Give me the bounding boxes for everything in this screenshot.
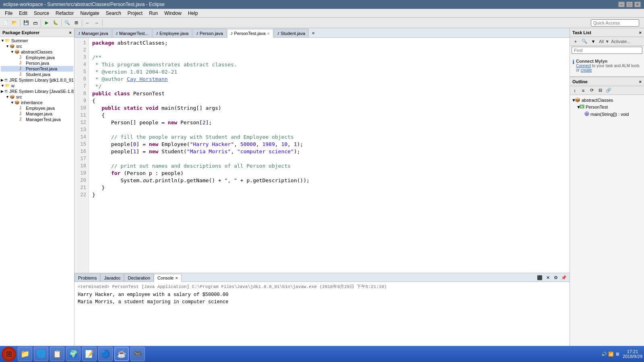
tree-arrow-inheritance[interactable]: ▼ [10,101,14,105]
tree-arrow-src2[interactable]: ▼ [6,95,10,99]
tab-student-java[interactable]: J Student.java [274,29,309,37]
tree-item-persontest-java[interactable]: ▶ J PersonTest.java [1,66,73,72]
outline-sort-btn[interactable]: ↕ [571,86,579,95]
code-content[interactable]: package abstractClasses; /** * This prog… [89,38,570,273]
search-button[interactable]: 🔍 [63,19,71,27]
menu-edit[interactable]: Edit [16,10,31,17]
tree-item-inheritance[interactable]: ▼ 📦 inheritance [1,100,73,105]
task-find-input[interactable] [572,47,642,54]
forward-button[interactable]: → [93,19,101,27]
code-editor[interactable]: 1 2 3 4 5 6 7 8 9 10 11 12 13 14 15 16 1 [74,38,570,273]
connect-link[interactable]: Connect [576,64,591,68]
package-explorer-tree: ▼ 📁 Summer ▼ 📦 src ▼ 📦 abstractClasses [0,37,74,353]
debug-button[interactable]: 🐛 [52,19,60,27]
tab-problems[interactable]: Problems [74,274,100,282]
tree-item-jre2[interactable]: ▶ ☕ JRE System Library [JavaSE-1.8] [1,88,73,94]
tree-item-abstractclasses[interactable]: ▼ 📦 abstractClasses [1,49,73,55]
outline-collapse-btn[interactable]: ⊟ [596,86,604,95]
task-list-content: ℹ Connect Mylyn Connect to your task and… [570,55,644,76]
tree-item-summer[interactable]: ▼ 📁 Summer [1,38,73,43]
task-new-btn[interactable]: + [572,37,580,45]
more-tabs-button[interactable]: » [309,29,317,37]
menu-window[interactable]: Window [161,10,185,17]
create-link[interactable]: create [581,68,592,72]
new-button[interactable]: 📄 [2,19,10,27]
menu-project[interactable]: Project [124,10,146,17]
task-list-close-icon[interactable]: × [639,30,642,35]
taskbar-chrome[interactable]: 🌐 [34,347,48,361]
back-button[interactable]: ← [84,19,92,27]
quick-access-input[interactable] [591,19,639,27]
perspective-button[interactable]: ⊞ [72,19,80,27]
close-button[interactable]: ✕ [634,2,641,7]
maximize-button[interactable]: □ [626,2,633,7]
taskbar-eclipse[interactable]: ☕ [114,347,129,361]
outline-item-main[interactable]: m main(String[]) : void [572,111,642,118]
outline-hide-btn[interactable]: ≡ [579,86,587,95]
menu-search[interactable]: Search [103,10,124,17]
menu-navigate[interactable]: Navigate [77,10,102,17]
console-toolbar-btn-4[interactable]: 📌 [560,274,568,282]
run-button[interactable]: ▶ [43,19,51,27]
outline-item-abstractclasses[interactable]: ▼ 📦 abstractClasses [572,97,642,103]
tree-item-student-java[interactable]: ▶ J Student.java [1,72,73,77]
tree-item-src1[interactable]: ▼ 📦 src [1,43,73,49]
task-all-label[interactable]: All ▼ [599,39,609,44]
outline-link-btn[interactable]: 🔗 [605,86,613,95]
tree-item-manager-java[interactable]: ▶ J Manager.java [1,111,73,117]
tab-managertest-java[interactable]: J ManagerTest... [112,29,152,37]
task-filter-btn[interactable]: ▼ [589,37,597,45]
tab-employee-java[interactable]: J Employee.java [153,29,192,37]
taskbar-app3[interactable]: 📋 [50,347,64,361]
tab-manager-java[interactable]: J Manager.java [74,29,112,37]
tree-arrow-summer[interactable]: ▼ [1,39,5,43]
jre-icon-1: ☕ [4,78,8,82]
menu-run[interactable]: Run [146,10,161,17]
menu-refactor[interactable]: Refactor [52,10,77,17]
tree-item-w[interactable]: ▼ 📁 w [1,83,73,88]
outline-close-icon[interactable]: × [639,79,642,84]
task-activate-label[interactable]: Activate... [611,39,630,44]
outline-item-persontest[interactable]: ▼ C PersonTest [572,103,642,111]
tab-persontest-java[interactable]: J PersonTest.java × [227,29,273,38]
tab-close-persontest[interactable]: × [267,31,270,36]
minimize-button[interactable]: ─ [618,2,625,7]
taskbar-word[interactable]: 📝 [82,347,97,361]
tree-arrow-jre1[interactable]: ▶ [1,78,4,82]
console-toolbar-btn-2[interactable]: ✕ [544,274,552,282]
save-all-button[interactable]: 🗃 [31,19,39,27]
java-icon-manager: J [19,111,25,116]
taskbar-ie[interactable]: 🔵 [98,347,113,361]
tree-arrow-src1[interactable]: ▼ [6,44,10,48]
console-toolbar-btn-3[interactable]: ⚙ [552,274,560,282]
outline-sync-btn[interactable]: ⟳ [588,86,596,95]
tree-item-src2[interactable]: ▼ 📦 src [1,94,73,100]
save-button[interactable]: 💾 [22,19,30,27]
tab-person-java[interactable]: J Person.java [192,29,227,37]
menu-source[interactable]: Source [31,10,52,17]
tree-item-person-java[interactable]: ▶ J Person.java [1,60,73,66]
package-explorer-close-icon[interactable]: × [69,30,72,35]
menu-file[interactable]: File [2,10,16,17]
taskbar-app-extra[interactable]: 🎮 [130,347,145,361]
menu-help[interactable]: Help [185,10,201,17]
console-toolbar-btn-1[interactable]: ⬛ [536,274,544,282]
tree-arrow-w[interactable]: ▼ [1,84,5,88]
tree-arrow-jre2[interactable]: ▶ [1,89,4,93]
tree-item-managertest-java[interactable]: ▶ J ManagerTest.java [1,117,73,122]
tree-item-employee-java[interactable]: ▶ J Employee.java [1,55,73,60]
taskbar-app4[interactable]: 🌍 [66,347,80,361]
taskbar-filemanager[interactable]: 📁 [18,347,32,361]
taskbar: ⊞ 📁 🌐 📋 🌍 📝 🔵 ☕ 🎮 🔊 📶 🖥 17:21 2018/9/29 [0,346,644,362]
tray-icons: 🔊 📶 🖥 [601,352,619,357]
tab-javadoc[interactable]: Javadoc [100,274,124,282]
tab-console[interactable]: Console × [154,274,182,282]
start-button[interactable]: ⊞ [2,347,16,361]
tree-item-employee-java-w[interactable]: ▶ J Employee.java [1,105,73,111]
tree-arrow-abstractclasses[interactable]: ▼ [10,50,14,54]
console-close-icon[interactable]: × [175,276,178,280]
tree-item-jre1[interactable]: ▶ ☕ JRE System Library [jdk1.8.0_91] [1,77,73,83]
task-search-btn[interactable]: 🔍 [580,37,588,45]
tab-declaration[interactable]: Declaration [124,274,154,282]
open-button[interactable]: 📂 [10,19,19,27]
